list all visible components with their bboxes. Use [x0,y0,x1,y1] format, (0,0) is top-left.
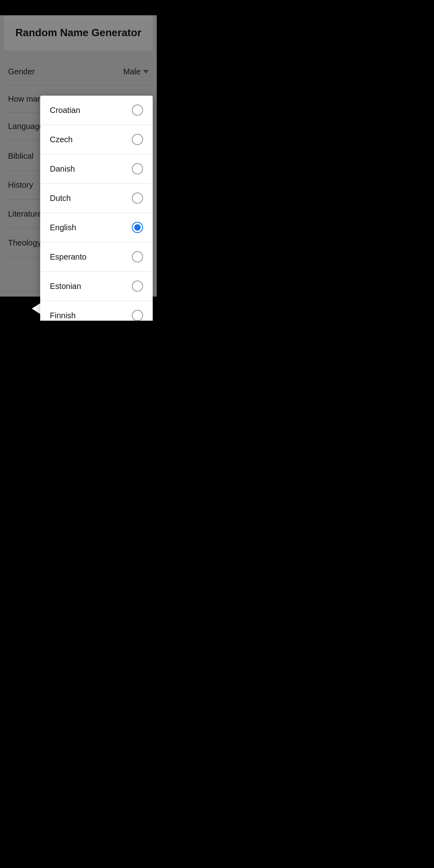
language-name-croatian: Croatian [50,106,80,115]
language-dropdown: CroatianCzechDanishDutchEnglishEsperanto… [40,96,153,321]
language-item-english[interactable]: English [40,213,153,242]
radio-danish [132,163,143,174]
language-item-czech[interactable]: Czech [40,125,153,154]
radio-estonian [132,280,143,292]
language-name-dutch: Dutch [50,194,71,203]
radio-czech [132,134,143,145]
radio-dutch [132,192,143,204]
language-name-esperanto: Esperanto [50,252,86,262]
language-item-esperanto[interactable]: Esperanto [40,242,153,272]
radio-english [132,222,143,233]
language-name-czech: Czech [50,135,73,144]
language-item-estonian[interactable]: Estonian [40,272,153,301]
language-item-croatian[interactable]: Croatian [40,96,153,125]
language-name-finnish: Finnish [50,311,76,320]
language-name-english: English [50,223,76,232]
language-name-estonian: Estonian [50,282,81,291]
radio-finnish [132,310,143,321]
language-item-dutch[interactable]: Dutch [40,184,153,213]
nav-back-button[interactable] [32,303,41,314]
language-item-danish[interactable]: Danish [40,154,153,184]
language-item-finnish[interactable]: Finnish [40,301,153,321]
back-icon [32,303,41,314]
radio-croatian [132,104,143,116]
status-bar [0,0,157,11]
radio-inner-english [134,224,141,231]
language-name-danish: Danish [50,164,75,174]
app-container: Random Name Generator Gender Male How ma… [0,15,157,297]
radio-esperanto [132,251,143,262]
